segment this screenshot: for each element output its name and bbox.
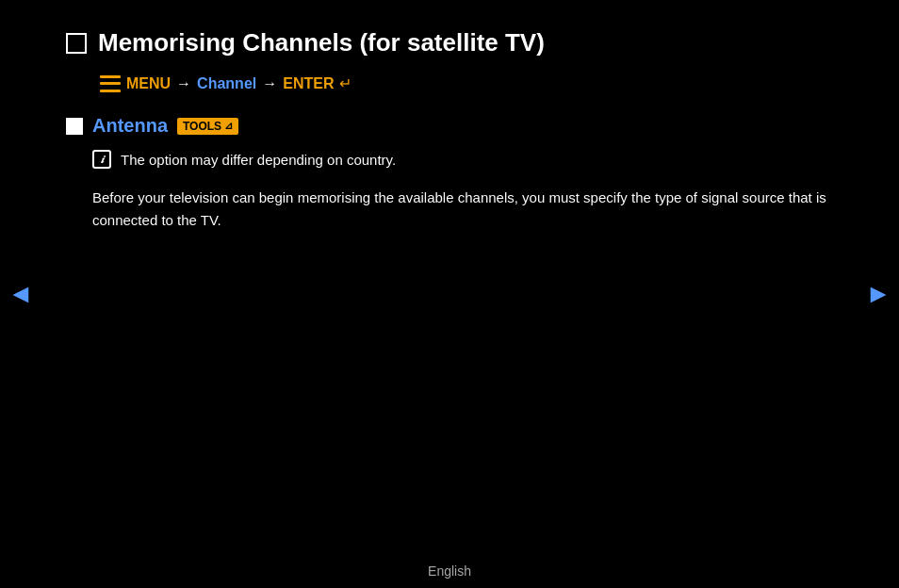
enter-icon: ↵ — [339, 74, 351, 92]
channel-label: Channel — [197, 75, 256, 92]
nav-left-button[interactable]: ◄ — [8, 279, 34, 309]
nav-arrow-1: → — [176, 75, 191, 92]
nav-arrow-2: → — [262, 75, 277, 92]
footer-language: English — [428, 564, 471, 579]
menu-icon — [100, 75, 121, 92]
menu-label: MENU — [126, 75, 171, 92]
tools-badge: TOOLS ⊿ — [177, 118, 238, 135]
main-content: Memorising Channels (for satellite TV) M… — [0, 0, 899, 232]
nav-right-button[interactable]: ► — [865, 279, 891, 309]
checkbox-icon — [66, 33, 87, 54]
filled-square-icon — [66, 118, 83, 135]
enter-label: ENTER — [283, 75, 334, 92]
title-row: Memorising Channels (for satellite TV) — [66, 28, 833, 57]
menu-nav: MENU → Channel → ENTER ↵ — [100, 74, 833, 92]
note-icon: 𝒊 — [92, 150, 111, 169]
description-text: Before your television can begin memoris… — [92, 187, 833, 232]
antenna-label: Antenna — [92, 115, 168, 137]
tools-key-icon: ⊿ — [224, 120, 233, 132]
note-row: 𝒊 The option may differ depending on cou… — [92, 150, 833, 172]
note-text: The option may differ depending on count… — [121, 150, 396, 172]
page-title: Memorising Channels (for satellite TV) — [98, 28, 545, 57]
section-header: Antenna TOOLS ⊿ — [66, 115, 833, 137]
